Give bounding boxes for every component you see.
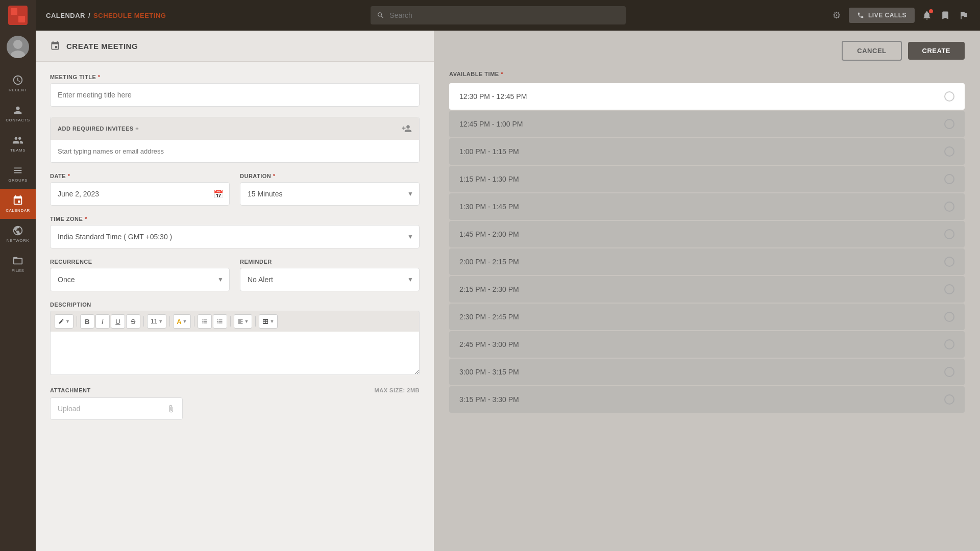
pen-tool-button[interactable]: ▼ xyxy=(55,314,74,329)
live-calls-button[interactable]: LIVE CALLS xyxy=(849,8,915,23)
toolbar-sep-4 xyxy=(194,316,194,327)
toolbar-format-group: B I U S xyxy=(80,314,140,329)
time-slot[interactable]: 2:45 PM - 3:00 PM xyxy=(449,331,965,358)
svg-rect-0 xyxy=(11,8,17,15)
sidebar-item-recent[interactable]: RECENT xyxy=(0,68,36,98)
avatar[interactable] xyxy=(7,36,29,58)
radio-circle xyxy=(944,229,954,239)
radio-circle xyxy=(944,174,954,184)
highlight-button[interactable]: A ▼ xyxy=(173,314,190,329)
toolbar-sep-2 xyxy=(143,316,144,327)
svg-rect-1 xyxy=(18,8,25,15)
recurrence-reminder-row: RECURRENCE Once Daily Weekly Monthly ▼ xyxy=(50,259,420,291)
sidebar: RECENT CONTACTS TEAMS GROUPS CALENDAR NE… xyxy=(0,0,36,551)
bookmark-icon[interactable] xyxy=(939,9,951,21)
notifications-icon[interactable] xyxy=(921,9,933,21)
time-slot[interactable]: 2:15 PM - 2:30 PM xyxy=(449,276,965,303)
time-slot[interactable]: 12:30 PM - 12:45 PM xyxy=(449,83,965,110)
date-label: DATE xyxy=(50,173,230,179)
toolbar-sep-3 xyxy=(169,316,170,327)
cancel-button[interactable]: CANCEL xyxy=(842,41,901,61)
time-slot[interactable]: 1:15 PM - 1:30 PM xyxy=(449,166,965,192)
breadcrumb: CALENDAR / SCHEDULE MEETING xyxy=(46,12,166,19)
invitees-label: ADD REQUIRED INVITEES + xyxy=(58,126,139,132)
time-slot[interactable]: 12:45 PM - 1:00 PM xyxy=(449,111,965,137)
topbar-actions: ⚙ LIVE CALLS xyxy=(830,8,970,23)
sidebar-item-contacts[interactable]: CONTACTS xyxy=(0,98,36,129)
invitees-input[interactable] xyxy=(51,140,419,162)
timezone-select[interactable]: India Standard Time ( GMT +05:30 ) UTC E… xyxy=(50,225,420,248)
flag-icon[interactable] xyxy=(958,9,970,21)
bullet-list-button[interactable] xyxy=(198,314,212,329)
svg-point-4 xyxy=(13,40,22,49)
duration-label: DURATION xyxy=(240,173,420,179)
radio-circle xyxy=(944,146,954,157)
description-editor[interactable] xyxy=(50,332,420,375)
strikethrough-button[interactable]: S xyxy=(126,314,140,329)
svg-point-5 xyxy=(11,51,25,58)
time-slot-label: 12:30 PM - 12:45 PM xyxy=(459,92,527,101)
duration-field: DURATION 15 Minutes 30 Minutes 45 Minute… xyxy=(240,173,420,206)
search-bar[interactable] xyxy=(371,6,626,24)
time-slot-label: 12:45 PM - 1:00 PM xyxy=(459,120,523,128)
recurrence-select[interactable]: Once Daily Weekly Monthly xyxy=(50,268,230,291)
sidebar-item-files[interactable]: FILES xyxy=(0,249,36,279)
table-button[interactable]: ▼ xyxy=(259,314,278,329)
right-panel: CANCEL CREATE AVAILABLE TIME * 12:30 PM … xyxy=(434,31,980,551)
time-slot-label: 1:30 PM - 1:45 PM xyxy=(459,203,519,211)
toolbar-highlight-group: A ▼ xyxy=(173,314,190,329)
time-slot-label: 3:15 PM - 3:30 PM xyxy=(459,395,519,404)
breadcrumb-home[interactable]: CALENDAR xyxy=(46,12,85,19)
editor-toolbar: ▼ B I U S 11 ▼ xyxy=(50,311,420,332)
attachment-label: ATTACHMENT xyxy=(50,387,91,393)
paperclip-icon xyxy=(167,405,175,413)
form-header: CREATE MEETING xyxy=(36,31,434,62)
time-slot[interactable]: 1:00 PM - 1:15 PM xyxy=(449,138,965,165)
description-label: DESCRIPTION xyxy=(50,302,420,308)
time-slot[interactable]: 3:15 PM - 3:30 PM xyxy=(449,386,965,413)
timezone-field: TIME ZONE India Standard Time ( GMT +05:… xyxy=(50,216,420,248)
align-button[interactable]: ▼ xyxy=(234,314,253,329)
form-title: CREATE MEETING xyxy=(66,42,138,51)
radio-circle xyxy=(944,202,954,212)
time-slot[interactable]: 2:00 PM - 2:15 PM xyxy=(449,248,965,275)
description-field: DESCRIPTION ▼ B I U xyxy=(50,302,420,377)
app-logo[interactable] xyxy=(0,0,36,31)
recurrence-wrapper: Once Daily Weekly Monthly ▼ xyxy=(50,268,230,291)
bold-button[interactable]: B xyxy=(80,314,94,329)
sidebar-item-calendar[interactable]: CALENDAR xyxy=(0,189,36,219)
sidebar-item-teams[interactable]: TEAMS xyxy=(0,129,36,159)
italic-button[interactable]: I xyxy=(95,314,110,329)
time-slot[interactable]: 1:45 PM - 2:00 PM xyxy=(449,221,965,247)
time-slot-label: 1:00 PM - 1:15 PM xyxy=(459,147,519,156)
font-size-button[interactable]: 11 ▼ xyxy=(147,314,166,329)
available-time-section: AVAILABLE TIME * 12:30 PM - 12:45 PM 12:… xyxy=(434,71,980,551)
settings-icon[interactable]: ⚙ xyxy=(830,9,843,21)
underline-button[interactable]: U xyxy=(111,314,125,329)
reminder-wrapper: No Alert 5 Minutes 10 Minutes 15 Minutes… xyxy=(240,268,420,291)
content-area: CREATE MEETING MEETING TITLE ADD REQUIRE… xyxy=(36,31,980,551)
time-slot-label: 3:00 PM - 3:15 PM xyxy=(459,368,519,376)
time-slot[interactable]: 1:30 PM - 1:45 PM xyxy=(449,193,965,220)
time-slot-label: 2:45 PM - 3:00 PM xyxy=(459,340,519,348)
reminder-select[interactable]: No Alert 5 Minutes 10 Minutes 15 Minutes xyxy=(240,268,420,291)
radio-circle xyxy=(944,284,954,294)
numbered-list-button[interactable] xyxy=(213,314,227,329)
upload-button[interactable]: Upload xyxy=(50,397,183,420)
time-slot[interactable]: 3:00 PM - 3:15 PM xyxy=(449,359,965,385)
toolbar-table-group: ▼ xyxy=(259,314,278,329)
radio-circle xyxy=(944,367,954,377)
sidebar-item-groups[interactable]: GROUPS xyxy=(0,159,36,189)
search-input[interactable] xyxy=(389,11,620,19)
time-slot[interactable]: 2:30 PM - 2:45 PM xyxy=(449,304,965,330)
toolbar-pen-group: ▼ xyxy=(55,314,74,329)
sidebar-nav: RECENT CONTACTS TEAMS GROUPS CALENDAR NE… xyxy=(0,68,36,551)
reminder-field: REMINDER No Alert 5 Minutes 10 Minutes 1… xyxy=(240,259,420,291)
sidebar-item-network[interactable]: NETWORK xyxy=(0,219,36,249)
duration-select[interactable]: 15 Minutes 30 Minutes 45 Minutes 1 Hour xyxy=(240,182,420,206)
date-input[interactable] xyxy=(50,182,230,206)
invitees-header[interactable]: ADD REQUIRED INVITEES + xyxy=(51,117,419,140)
create-button[interactable]: CREATE xyxy=(908,42,965,60)
meeting-title-input[interactable] xyxy=(50,83,420,107)
date-duration-row: DATE 📅 DURATION 15 Minutes 30 Minutes xyxy=(50,173,420,206)
